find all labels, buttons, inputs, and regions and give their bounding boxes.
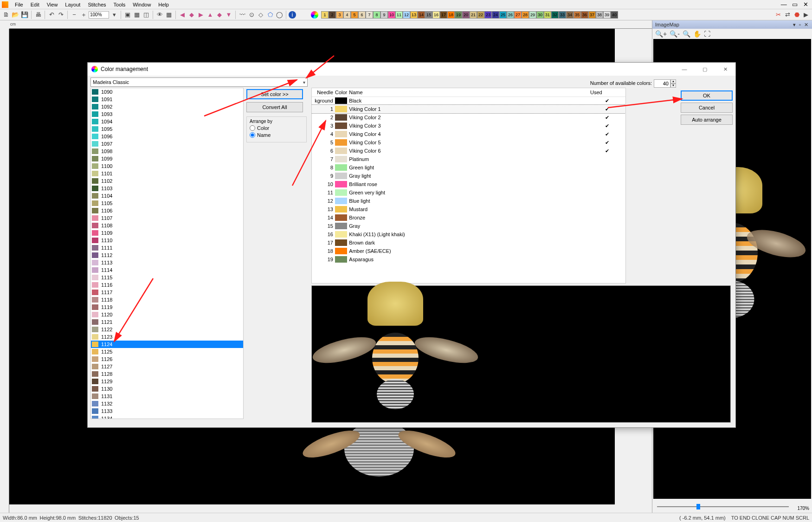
needle-color-bar[interactable]: 1234567891011121314151617181920212223242…: [321, 11, 618, 19]
thread-row[interactable]: 1112: [91, 251, 243, 259]
needle-swatch-24[interactable]: 24: [492, 11, 499, 19]
thread-row[interactable]: 1105: [91, 200, 243, 207]
needle-swatch-18[interactable]: 18: [447, 11, 455, 19]
ok-button[interactable]: OK: [681, 90, 733, 101]
needle-swatch-1[interactable]: 1: [321, 11, 329, 19]
thread-row[interactable]: 1109: [91, 229, 243, 237]
window-main-controls[interactable]: — ▭ ✕: [781, 1, 810, 8]
needle-swatch-3[interactable]: 3: [336, 11, 343, 19]
thread-row[interactable]: 1113: [91, 259, 243, 266]
needle-swatch-2[interactable]: 2: [329, 11, 336, 19]
needle-row[interactable]: kgroundBlack✔: [312, 97, 625, 105]
needle-row[interactable]: 1Viking Color 1✔: [312, 105, 625, 113]
imagemap-titlebar[interactable]: ImageMap ▾ ▫ ✕: [652, 20, 812, 29]
needle-swatch-6[interactable]: 6: [358, 11, 366, 19]
zoom-out-icon[interactable]: 🔍-: [670, 30, 680, 38]
needle-swatch-10[interactable]: 10: [388, 11, 395, 19]
needle-row[interactable]: 17Brown dark: [312, 238, 625, 247]
needle-swatch-39[interactable]: 39: [603, 11, 611, 19]
thread-row[interactable]: 1115: [91, 274, 243, 281]
needle-swatch-9[interactable]: 9: [380, 11, 388, 19]
needle-swatch-16[interactable]: 16: [432, 11, 440, 19]
needle-swatch-33[interactable]: 33: [559, 11, 566, 19]
thread-row[interactable]: 1097: [91, 140, 243, 148]
needle-swatch-37[interactable]: 37: [588, 11, 596, 19]
menu-layout[interactable]: Layout: [61, 1, 84, 8]
available-colors-spinner[interactable]: ▲▼: [670, 79, 676, 88]
thread-row[interactable]: 1111: [91, 244, 243, 251]
pentagon-icon[interactable]: ⬠: [266, 11, 274, 19]
arrange-color-radio[interactable]: Color: [250, 125, 303, 131]
thread-row[interactable]: 1129: [91, 378, 243, 385]
grid-icon[interactable]: ▦: [165, 11, 173, 19]
needle-row[interactable]: 8Green light: [312, 163, 625, 172]
needle-swatch-17[interactable]: 17: [440, 11, 447, 19]
dialog-titlebar[interactable]: Color management — ▢ ✕: [88, 63, 735, 76]
needle-swatch-23[interactable]: 23: [484, 11, 492, 19]
needle-swatch-5[interactable]: 5: [351, 11, 358, 19]
menu-window[interactable]: Window: [129, 1, 155, 8]
needle-row[interactable]: 15Gray: [312, 222, 625, 230]
thread-row[interactable]: 1099: [91, 155, 243, 162]
needle-swatch-27[interactable]: 27: [514, 11, 522, 19]
thread-row[interactable]: 1101: [91, 170, 243, 177]
play-icon[interactable]: ▶: [802, 11, 810, 19]
needle-row[interactable]: 10Brilliant rose: [312, 180, 625, 188]
needle-swatch-15[interactable]: 15: [425, 11, 432, 19]
stop-icon[interactable]: ⬣: [793, 11, 801, 19]
needle-swatch-12[interactable]: 12: [403, 11, 410, 19]
needle-table[interactable]: Needle Color Name Used kgroundBlack✔1Vik…: [311, 88, 626, 284]
thread-row[interactable]: 1127: [91, 363, 243, 370]
needle-swatch-30[interactable]: 30: [536, 11, 544, 19]
needle-swatch-25[interactable]: 25: [499, 11, 507, 19]
thread-row[interactable]: 1120: [91, 311, 243, 318]
needle-swatch-11[interactable]: 11: [395, 11, 403, 19]
needle-row[interactable]: 6Viking Color 6✔: [312, 147, 625, 155]
thread-row[interactable]: 1092: [91, 103, 243, 110]
thread-row[interactable]: 1114: [91, 266, 243, 274]
thread-row[interactable]: 1119: [91, 303, 243, 311]
thread-row[interactable]: 1104: [91, 192, 243, 200]
thread-row[interactable]: 1126: [91, 355, 243, 363]
zoom-window-icon[interactable]: ⛶: [704, 30, 710, 38]
thread-row[interactable]: 1124: [91, 341, 243, 348]
needle-swatch-28[interactable]: 28: [522, 11, 529, 19]
thread-row[interactable]: 1103: [91, 185, 243, 192]
thread-row[interactable]: 1131: [91, 393, 243, 400]
thread-row[interactable]: 1132: [91, 400, 243, 407]
thread-icon[interactable]: ⇄: [783, 11, 792, 19]
needle-row[interactable]: 4Viking Color 4✔: [312, 130, 625, 138]
scissors-icon[interactable]: ✂: [774, 11, 782, 19]
needle-swatch-32[interactable]: 32: [551, 11, 559, 19]
thread-list[interactable]: 1090109110921093109410951096109710981099…: [90, 88, 244, 419]
align-center-icon[interactable]: ◆: [187, 11, 196, 19]
minimize-icon[interactable]: —: [678, 66, 691, 72]
needle-swatch-38[interactable]: 38: [596, 11, 603, 19]
palette-dropdown[interactable]: Madeira Classic: [90, 77, 308, 87]
needle-row[interactable]: 5Viking Color 5✔: [312, 138, 625, 147]
save-icon[interactable]: 💾: [20, 11, 29, 19]
curve-icon[interactable]: 〰: [238, 11, 246, 19]
select-icon[interactable]: ▣: [123, 11, 132, 19]
set-color-button[interactable]: Set color >>: [246, 89, 303, 99]
align-left-icon[interactable]: ◀: [178, 11, 187, 19]
imagemap-zoom-slider[interactable]: [657, 503, 789, 510]
needle-swatch-4[interactable]: 4: [343, 11, 351, 19]
thread-row[interactable]: 1117: [91, 289, 243, 296]
thread-row[interactable]: 1123: [91, 333, 243, 341]
align-bottom-icon[interactable]: ▼: [225, 11, 233, 19]
chevron-down-icon[interactable]: ▾: [110, 11, 118, 19]
thread-row[interactable]: 1134: [91, 415, 243, 419]
canvas-scrollbar-horizontal[interactable]: [9, 504, 615, 513]
needle-swatch-7[interactable]: 7: [366, 11, 373, 19]
zoom-in-icon[interactable]: ＋: [79, 11, 88, 19]
needle-swatch-35[interactable]: 35: [574, 11, 581, 19]
thread-row[interactable]: 1110: [91, 237, 243, 244]
pan-icon[interactable]: ✋: [693, 30, 701, 38]
eye-icon[interactable]: 👁: [155, 11, 164, 19]
needle-swatch-22[interactable]: 22: [477, 11, 484, 19]
zoom-out-icon[interactable]: −: [70, 11, 78, 19]
zoom-in-icon[interactable]: 🔍+: [655, 30, 667, 38]
select-all-icon[interactable]: ▦: [133, 11, 141, 19]
thread-row[interactable]: 1102: [91, 177, 243, 185]
